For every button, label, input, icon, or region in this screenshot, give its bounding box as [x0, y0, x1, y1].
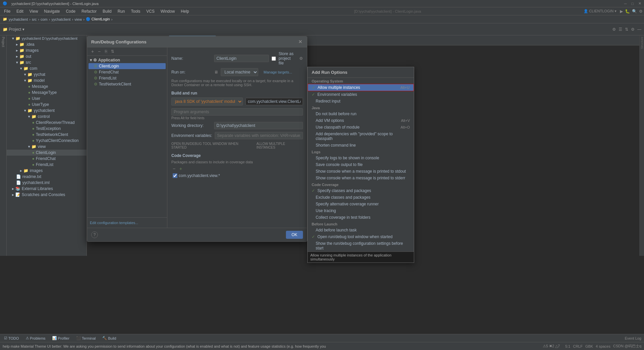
dialog-close-btn[interactable]: ✕ — [298, 39, 303, 44]
sidebar-yychat[interactable]: ▾ 📁 yychat — [7, 71, 87, 77]
breadcrumb-com[interactable]: com — [41, 17, 48, 21]
program-args-input[interactable] — [171, 108, 303, 116]
menu-window[interactable]: Window — [158, 8, 178, 14]
option-add-vm[interactable]: Add VM options Alt+V — [308, 117, 414, 124]
search-icon[interactable]: 🔍 — [632, 9, 637, 14]
sidebar-clientlogin[interactable]: ● ClientLogin — [7, 150, 87, 156]
option-specify-logs[interactable]: Specify logs to be shown in console — [308, 155, 414, 161]
sidebar-yychatclient2[interactable]: ▾ 📁 yychatclient — [7, 108, 87, 114]
option-test-folders[interactable]: Collect coverage in test folders — [308, 214, 414, 221]
menu-refactor[interactable]: Refactor — [79, 8, 99, 14]
sidebar-root[interactable]: ▾ 📁 yychatclient D:\yychat\yychatclient — [7, 35, 87, 41]
env-vars-input[interactable] — [215, 132, 303, 139]
coverage-checkbox[interactable] — [173, 173, 177, 178]
settings-icon[interactable]: ⚙ — [639, 9, 643, 14]
option-classpath[interactable]: Use classpath of module Alt+O — [308, 124, 414, 131]
minimize-btn[interactable]: ─ — [624, 2, 627, 6]
coverage-remove-btn[interactable]: − — [171, 166, 177, 171]
sidebar-yychatconn[interactable]: ● YychatClientConnection — [7, 138, 87, 144]
sidebar-idea[interactable]: ▸ 📁 .idea — [7, 41, 87, 47]
sidebar-testexception[interactable]: ● TestException — [7, 126, 87, 132]
breadcrumb-view[interactable]: view — [74, 17, 82, 21]
edit-templates[interactable]: Edit configuration templates... — [87, 217, 167, 228]
sidebar-iml[interactable]: 📄 yychatclient.iml — [7, 180, 87, 186]
profiler-btn[interactable]: 📊 Profiler — [51, 336, 71, 340]
option-shorten-cmd[interactable]: Shorten command line — [308, 142, 414, 149]
copy-config-btn[interactable]: ⎘ — [103, 49, 109, 54]
toolbar-close[interactable]: — — [637, 27, 641, 32]
title-bar-controls[interactable]: ─ □ ✕ — [624, 1, 641, 6]
sidebar-testnetwork[interactable]: ● TestNetworkClient — [7, 132, 87, 138]
config-item-testnetwork[interactable]: ⚙ TestNetworkClient — [89, 81, 166, 87]
toolbar-list[interactable]: ☰ — [619, 27, 622, 32]
sidebar-friendlist[interactable]: ● FriendList — [7, 162, 87, 168]
menu-vcs[interactable]: VCS — [144, 8, 157, 14]
sidebar-view[interactable]: ▾ 📁 view — [7, 144, 87, 150]
menu-help[interactable]: Help — [178, 8, 192, 14]
menu-code[interactable]: Code — [63, 8, 78, 14]
option-provided-scope[interactable]: Add dependencies with "provided" scope t… — [308, 131, 414, 142]
breadcrumb-yychatclient[interactable]: yychatclient — [51, 17, 70, 21]
menu-edit[interactable]: Edit — [14, 8, 26, 14]
project-panel-icon[interactable]: Project — [1, 37, 5, 47]
option-show-stderr[interactable]: Show console when a message is printed t… — [308, 175, 414, 181]
close-btn[interactable]: ✕ — [638, 1, 641, 6]
build-btn[interactable]: 🔨 Build — [101, 336, 117, 340]
maximize-btn[interactable]: □ — [631, 2, 634, 6]
event-log[interactable]: Event Log — [625, 336, 641, 340]
breadcrumb-project[interactable]: yychatclient — [9, 17, 28, 21]
option-redirect-input[interactable]: Redirect input — [308, 98, 414, 105]
toolbar-sort[interactable]: ⇅ — [625, 27, 628, 32]
option-use-tracing[interactable]: Use tracing — [308, 207, 414, 214]
option-exclude-classes[interactable]: Exclude classes and packages — [308, 194, 414, 201]
breadcrumb-src[interactable]: src — [32, 17, 37, 21]
menu-view[interactable]: View — [27, 8, 41, 14]
structure-label[interactable]: Structure — [640, 37, 644, 49]
manage-targets-link[interactable]: Manage targets... — [264, 70, 292, 74]
option-env-vars[interactable]: ✓ Environment variables — [308, 91, 414, 98]
sidebar-scratches[interactable]: ▸ 📝 Scratches and Consoles — [7, 192, 87, 198]
sidebar-readme[interactable]: 📄 readme.txt — [7, 174, 87, 180]
ok-button[interactable]: OK — [286, 231, 303, 239]
sidebar-user[interactable]: ● User — [7, 96, 87, 102]
menu-tools[interactable]: Tools — [128, 8, 143, 14]
option-alt-runner[interactable]: Specify alternative coverage runner — [308, 201, 414, 207]
sidebar-friendchat[interactable]: ● FriendChat — [7, 156, 87, 162]
option-add-task[interactable]: Add before launch task — [308, 227, 414, 233]
sidebar-control[interactable]: ▾ 📁 control — [7, 114, 87, 120]
config-item-friendchat[interactable]: ⚙ FriendChat — [89, 69, 166, 75]
option-show-settings[interactable]: Show the run/debug configuration setting… — [308, 240, 414, 251]
sidebar-usertype[interactable]: ● UserType — [7, 102, 87, 108]
working-dir-input[interactable] — [214, 122, 303, 129]
terminal-btn[interactable]: ⬛ Terminal — [75, 336, 97, 340]
settings-icon[interactable]: ⚙ — [299, 56, 303, 61]
sdk-select[interactable]: java 8 SDK of 'yychatclient' modul — [171, 98, 243, 106]
dialog-help[interactable]: ? — [91, 231, 98, 238]
sidebar-src[interactable]: ▾ 📁 src — [7, 59, 87, 65]
menu-build[interactable]: Build — [100, 8, 114, 14]
add-config-btn[interactable]: + — [90, 49, 95, 54]
sidebar-model[interactable]: ▾ 📁 model — [7, 77, 87, 83]
coverage-add-btn[interactable]: + — [178, 166, 183, 171]
option-no-build[interactable]: Do not build before run — [308, 111, 414, 117]
option-allow-multiple[interactable]: ✓ Allow multiple instances Alt+U — [308, 84, 414, 91]
menu-navigate[interactable]: Navigate — [41, 8, 62, 14]
sort-config-btn[interactable]: ⇅ — [110, 49, 115, 54]
remove-config-btn[interactable]: − — [97, 49, 102, 54]
debug-btn[interactable]: 🐛 — [625, 9, 630, 14]
run-btn[interactable]: ▶ — [620, 9, 623, 14]
sidebar-out[interactable]: ▸ 📁 out — [7, 53, 87, 59]
option-open-run-debug[interactable]: ✓ Open run/debug tool window when starte… — [308, 233, 414, 240]
option-save-console[interactable]: Save console output to file — [308, 161, 414, 168]
menu-file[interactable]: File — [1, 8, 13, 14]
menu-run[interactable]: Run — [115, 8, 128, 14]
sidebar-clientreceiver[interactable]: ● ClientReceiverThread — [7, 120, 87, 126]
config-item-clientlogin[interactable]: ⚙ ClientLogin — [89, 63, 166, 69]
main-class-input[interactable] — [246, 98, 303, 105]
problems-btn[interactable]: ⚠ Problems — [24, 336, 47, 340]
toolbar-settings[interactable]: ⚙ — [612, 27, 616, 32]
help-btn[interactable]: ? — [91, 231, 98, 238]
sidebar-external-libs[interactable]: ▸ 📚 External Libraries — [7, 186, 87, 192]
sidebar-images2[interactable]: ▸ 📁 images — [7, 168, 87, 174]
sidebar-messagetype[interactable]: ● MessageType — [7, 90, 87, 96]
